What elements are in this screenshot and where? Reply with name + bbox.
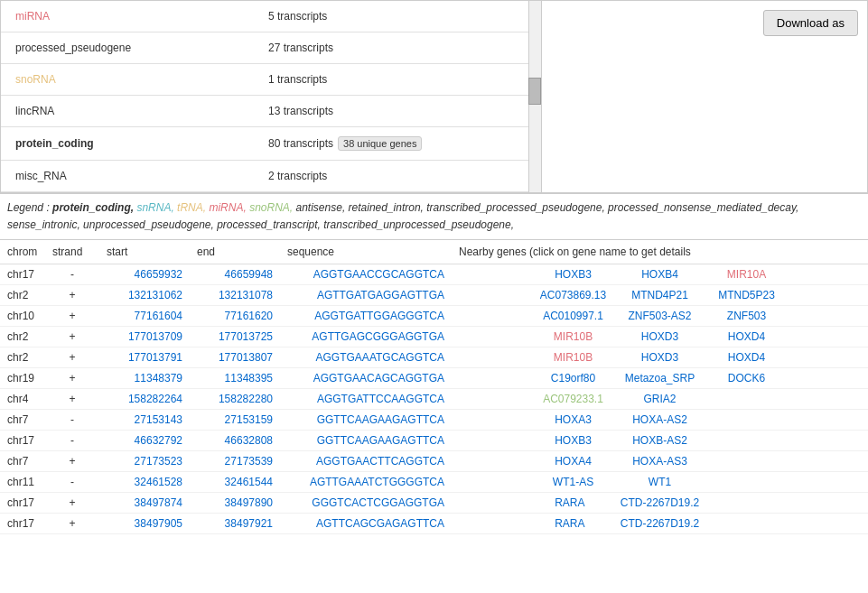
cell-nearby-genes: HOXA3HOXA-AS2: [452, 410, 868, 431]
cell-sequence[interactable]: AGGTGAACCGCAGGTCA: [280, 264, 452, 285]
cell-nearby-genes: C19orf80Metazoa_SRPDOCK6: [452, 368, 868, 389]
scrollbar[interactable]: [528, 1, 541, 192]
transcript-count: 27 transcripts: [254, 32, 541, 64]
gene-link[interactable]: CTD-2267D19.2: [621, 517, 699, 530]
gene-link[interactable]: HOXB3: [537, 434, 610, 447]
cell-nearby-genes: MIR10BHOXD3HOXD4: [452, 327, 868, 347]
gene-link: [711, 476, 783, 488]
cell-end: 77161620: [190, 306, 280, 327]
gene-link[interactable]: AC010997.1: [537, 310, 610, 322]
download-button[interactable]: Download as: [763, 10, 858, 36]
cell-sequence[interactable]: AGGTGATTGGAGGGTCA: [280, 306, 452, 327]
gene-link[interactable]: ZNF503: [711, 310, 783, 322]
legend-snoRNA: snoRNA,: [249, 201, 293, 214]
cell-sequence[interactable]: AGTTGATGAGGAGTTGA: [280, 285, 452, 306]
cell-sequence[interactable]: GGGTCACTCGGAGGTGA: [280, 493, 452, 514]
cell-start: 27173523: [99, 451, 190, 472]
cell-sequence[interactable]: AGGTGATTCCAAGGTCA: [280, 389, 452, 410]
gene-link[interactable]: AC073869.13: [537, 289, 610, 301]
cell-sequence[interactable]: AGTTCAGCGAGAGTTCA: [280, 514, 452, 534]
cell-sequence[interactable]: AGGTGAAATGCAGGTCA: [280, 347, 452, 368]
gene-link[interactable]: HOXB3: [537, 268, 610, 281]
table-header-row: chrom strand start end sequence Nearby g…: [0, 240, 868, 264]
cell-chrom: chr11: [0, 472, 45, 493]
cell-sequence[interactable]: AGGTGAACTTCAGGTCA: [280, 451, 452, 472]
gene-link[interactable]: MIR10B: [537, 351, 610, 364]
header-strand: strand: [45, 240, 99, 264]
table-row: chr7+2717352327173539AGGTGAACTTCAGGTCAHO…: [0, 451, 868, 472]
cell-chrom: chr7: [0, 410, 45, 431]
cell-strand: +: [45, 493, 99, 514]
gene-link[interactable]: RARA: [534, 496, 606, 509]
gene-link[interactable]: MTND4P21: [624, 289, 696, 301]
transcript-row: snoRNA1 transcripts: [1, 64, 541, 96]
transcript-row: protein_coding80 transcripts38 unique ge…: [1, 127, 541, 161]
table-row: chr17+3849790538497921AGTTCAGCGAGAGTTCAR…: [0, 514, 868, 534]
cell-chrom: chr17: [0, 493, 45, 514]
cell-end: 46632808: [190, 431, 280, 451]
cell-start: 177013709: [99, 327, 190, 347]
gene-link[interactable]: HOXD4: [711, 330, 783, 343]
cell-end: 27173539: [190, 451, 280, 472]
gene-link[interactable]: HOXB4: [624, 268, 696, 281]
cell-sequence[interactable]: GGTTCAAGAAGAGTTCA: [280, 410, 452, 431]
gene-link[interactable]: HOXD4: [711, 351, 783, 364]
cell-nearby-genes: HOXB3HOXB4MIR10A: [452, 264, 868, 285]
cell-end: 27153159: [190, 410, 280, 431]
gene-link[interactable]: HOXD3: [624, 351, 696, 364]
legend-label: Legend :: [7, 201, 50, 214]
cell-sequence[interactable]: AGGTGAACAGCAGGTGA: [280, 368, 452, 389]
gene-link[interactable]: HOXA3: [537, 413, 610, 426]
cell-strand: -: [45, 431, 99, 451]
table-row: chr7-2715314327153159GGTTCAAGAAGAGTTCAHO…: [0, 410, 868, 431]
gene-link[interactable]: MIR10A: [711, 268, 783, 281]
header-chrom: chrom: [0, 240, 45, 264]
table-row: chr10+7716160477161620AGGTGATTGGAGGGTCAA…: [0, 306, 868, 327]
cell-sequence[interactable]: GGTTCAAGAAGAGTTCA: [280, 431, 452, 451]
transcript-count: 5 transcripts: [254, 1, 541, 32]
gene-link[interactable]: GRIA2: [624, 393, 696, 405]
gene-link[interactable]: HOXA-AS2: [624, 413, 696, 426]
cell-start: 46632792: [99, 431, 190, 451]
transcript-count: 1 transcripts: [254, 64, 541, 96]
gene-link[interactable]: WT1-AS: [537, 476, 610, 488]
gene-link[interactable]: MTND5P23: [711, 289, 783, 301]
cell-strand: +: [45, 389, 99, 410]
table-row: chr17-4663279246632808GGTTCAAGAAGAGTTCAH…: [0, 431, 868, 451]
gene-link[interactable]: HOXA-AS3: [624, 455, 696, 468]
gene-link[interactable]: MIR10B: [537, 330, 610, 343]
cell-chrom: chr17: [0, 431, 45, 451]
gene-link[interactable]: ZNF503-AS2: [624, 310, 696, 322]
gene-link[interactable]: C19orf80: [537, 372, 610, 385]
cell-end: 38497890: [190, 493, 280, 514]
gene-link[interactable]: CTD-2267D19.2: [621, 496, 699, 509]
cell-start: 177013791: [99, 347, 190, 368]
gene-link: [711, 413, 783, 426]
cell-nearby-genes: AC079233.1GRIA2: [452, 389, 868, 410]
gene-link[interactable]: HOXD3: [624, 330, 696, 343]
cell-start: 11348379: [99, 368, 190, 389]
gene-link[interactable]: Metazoa_SRP: [624, 372, 696, 385]
table-row: chr2+177013791177013807AGGTGAAATGCAGGTCA…: [0, 347, 868, 368]
transcript-type-name: lincRNA: [1, 96, 254, 127]
transcript-type-name: miRNA: [1, 1, 254, 32]
header-sequence: sequence: [280, 240, 452, 264]
cell-nearby-genes: HOXB3HOXB-AS2: [452, 431, 868, 451]
gene-link[interactable]: WT1: [624, 476, 696, 488]
gene-link[interactable]: DOCK6: [711, 372, 783, 385]
cell-sequence[interactable]: AGTTGAGCGGGAGGTGA: [280, 327, 452, 347]
cell-start: 32461528: [99, 472, 190, 493]
cell-sequence[interactable]: AGTTGAAATCTGGGGTCA: [280, 472, 452, 493]
cell-nearby-genes: HOXA4HOXA-AS3: [452, 451, 868, 472]
cell-strand: +: [45, 285, 99, 306]
gene-link[interactable]: AC079233.1: [537, 393, 610, 405]
gene-link[interactable]: RARA: [534, 517, 606, 530]
transcript-type-name: processed_pseudogene: [1, 32, 254, 64]
gene-link[interactable]: HOXB-AS2: [624, 434, 696, 447]
gene-link[interactable]: HOXA4: [537, 455, 610, 468]
cell-nearby-genes: RARACTD-2267D19.2: [452, 493, 868, 514]
table-row: chr19+1134837911348395AGGTGAACAGCAGGTGAC…: [0, 368, 868, 389]
cell-nearby-genes: MIR10BHOXD3HOXD4: [452, 347, 868, 368]
cell-end: 32461544: [190, 472, 280, 493]
cell-chrom: chr17: [0, 264, 45, 285]
